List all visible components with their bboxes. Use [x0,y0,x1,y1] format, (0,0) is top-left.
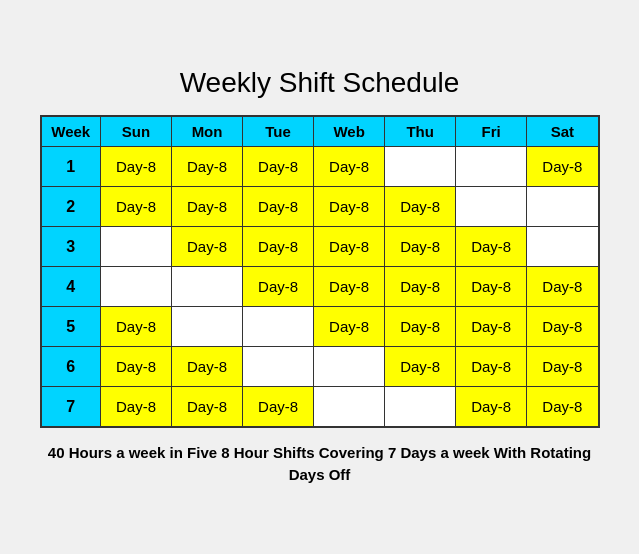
empty-cell [385,147,456,187]
shift-cell: Day-8 [172,147,243,187]
col-header-tue: Tue [243,116,314,147]
shift-cell: Day-8 [314,307,385,347]
shift-cell: Day-8 [172,187,243,227]
week-number: 6 [41,347,101,387]
empty-cell [101,267,172,307]
shift-cell: Day-8 [101,307,172,347]
shift-cell: Day-8 [385,187,456,227]
shift-cell: Day-8 [101,387,172,427]
footer-text: 40 Hours a week in Five 8 Hour Shifts Co… [40,442,600,487]
shift-cell: Day-8 [314,187,385,227]
empty-cell [243,307,314,347]
table-header-row: WeekSunMonTueWebThuFriSat [41,116,599,147]
shift-cell: Day-8 [172,347,243,387]
col-header-week: Week [41,116,101,147]
shift-cell: Day-8 [243,387,314,427]
shift-cell: Day-8 [527,347,599,387]
table-body: 1Day-8Day-8Day-8Day-8Day-82Day-8Day-8Day… [41,147,599,427]
empty-cell [456,187,527,227]
schedule-table: WeekSunMonTueWebThuFriSat 1Day-8Day-8Day… [40,115,600,428]
week-number: 1 [41,147,101,187]
empty-cell [456,147,527,187]
shift-cell: Day-8 [314,147,385,187]
shift-cell: Day-8 [456,387,527,427]
shift-cell: Day-8 [243,187,314,227]
empty-cell [172,307,243,347]
table-row: 1Day-8Day-8Day-8Day-8Day-8 [41,147,599,187]
table-row: 4Day-8Day-8Day-8Day-8Day-8 [41,267,599,307]
empty-cell [243,347,314,387]
table-row: 6Day-8Day-8Day-8Day-8Day-8 [41,347,599,387]
week-number: 7 [41,387,101,427]
page-title: Weekly Shift Schedule [40,67,600,99]
shift-cell: Day-8 [385,227,456,267]
shift-cell: Day-8 [385,307,456,347]
empty-cell [314,347,385,387]
shift-cell: Day-8 [456,267,527,307]
shift-cell: Day-8 [314,227,385,267]
empty-cell [527,227,599,267]
shift-cell: Day-8 [527,387,599,427]
main-container: Weekly Shift Schedule WeekSunMonTueWebTh… [10,47,630,507]
shift-cell: Day-8 [527,267,599,307]
week-number: 3 [41,227,101,267]
shift-cell: Day-8 [172,387,243,427]
week-number: 4 [41,267,101,307]
table-row: 3Day-8Day-8Day-8Day-8Day-8 [41,227,599,267]
col-header-sat: Sat [527,116,599,147]
shift-cell: Day-8 [243,147,314,187]
shift-cell: Day-8 [172,227,243,267]
shift-cell: Day-8 [243,267,314,307]
shift-cell: Day-8 [456,227,527,267]
table-row: 2Day-8Day-8Day-8Day-8Day-8 [41,187,599,227]
table-row: 7Day-8Day-8Day-8Day-8Day-8 [41,387,599,427]
col-header-sun: Sun [101,116,172,147]
empty-cell [314,387,385,427]
week-number: 5 [41,307,101,347]
shift-cell: Day-8 [385,267,456,307]
shift-cell: Day-8 [101,347,172,387]
shift-cell: Day-8 [527,147,599,187]
col-header-thu: Thu [385,116,456,147]
col-header-fri: Fri [456,116,527,147]
empty-cell [172,267,243,307]
shift-cell: Day-8 [456,307,527,347]
week-number: 2 [41,187,101,227]
empty-cell [385,387,456,427]
col-header-web: Web [314,116,385,147]
col-header-mon: Mon [172,116,243,147]
shift-cell: Day-8 [314,267,385,307]
empty-cell [527,187,599,227]
shift-cell: Day-8 [385,347,456,387]
shift-cell: Day-8 [101,147,172,187]
table-row: 5Day-8Day-8Day-8Day-8Day-8 [41,307,599,347]
shift-cell: Day-8 [101,187,172,227]
empty-cell [101,227,172,267]
shift-cell: Day-8 [527,307,599,347]
shift-cell: Day-8 [456,347,527,387]
shift-cell: Day-8 [243,227,314,267]
